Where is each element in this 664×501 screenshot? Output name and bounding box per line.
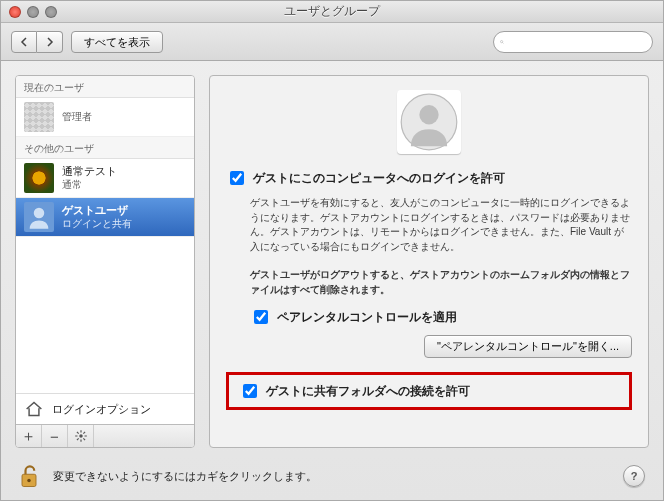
sidebar-item-normal-test[interactable]: 通常テスト 通常 [16,159,194,198]
content: 現在のユーザ 管理者 その他のユーザ 通常テスト 通常 [1,61,663,454]
sidebar-footer: ＋ − [16,424,194,447]
minimize-icon[interactable] [27,6,39,18]
sidebar-item-current-user[interactable]: 管理者 [16,98,194,137]
toolbar: すべてを表示 [1,23,663,61]
avatar-icon [24,202,54,232]
svg-point-0 [501,40,503,42]
lockbar: 変更できないようにするにはカギをクリックします。 ? [1,454,663,500]
allow-guest-login-checkbox[interactable] [230,171,244,185]
svg-point-2 [34,208,45,219]
house-icon [24,400,44,418]
guest-login-desc1: ゲストユーザを有効にすると、友人がこのコンピュータに一時的にログインできるように… [250,196,632,254]
help-button[interactable]: ? [623,465,645,487]
gear-icon [74,429,88,443]
group-header-other: その他のユーザ [16,137,194,159]
guest-login-desc2: ゲストユーザがログアウトすると、ゲストアカウントのホームフォルダ内の情報とファイ… [250,268,632,297]
guest-avatar[interactable] [397,90,461,154]
allow-guest-share-checkbox[interactable] [243,384,257,398]
parental-control-label: ペアレンタルコントロールを適用 [277,309,457,326]
titlebar: ユーザとグループ [1,1,663,23]
user-name: ゲストユーザ [62,204,132,218]
user-name: 通常テスト [62,165,117,179]
login-options[interactable]: ログインオプション [16,393,194,424]
lock-open-icon[interactable] [15,462,43,490]
search-field[interactable] [493,31,653,53]
back-button[interactable] [11,31,37,53]
user-role: 管理者 [62,111,92,124]
allow-guest-share-label: ゲストに共有フォルダへの接続を許可 [266,383,470,400]
help-icon: ? [631,470,638,482]
close-icon[interactable] [9,6,21,18]
search-input[interactable] [504,35,646,49]
svg-line-10 [76,438,78,440]
group-header-current: 現在のユーザ [16,76,194,98]
svg-point-3 [79,434,83,438]
nav-buttons [11,31,63,53]
user-sidebar: 現在のユーザ 管理者 その他のユーザ 通常テスト 通常 [15,75,195,448]
avatar-icon [24,102,54,132]
highlighted-option: ゲストに共有フォルダへの接続を許可 [226,372,632,410]
sidebar-item-guest-user[interactable]: ゲストユーザ ログインと共有 [16,198,194,237]
prefs-window: ユーザとグループ すべてを表示 現在のユーザ [0,0,664,501]
show-all-button[interactable]: すべてを表示 [71,31,163,53]
allow-guest-login-row: ゲストにこのコンピュータへのログインを許可 [226,168,632,188]
svg-line-9 [83,438,85,440]
traffic-lights [9,6,57,18]
chevron-right-icon [45,37,55,47]
person-silhouette-icon [25,203,53,231]
remove-user-button[interactable]: − [42,425,68,447]
allow-guest-login-label: ゲストにこのコンピュータへのログインを許可 [253,170,505,187]
window-title: ユーザとグループ [1,3,663,20]
zoom-icon[interactable] [45,6,57,18]
user-role: ログインと共有 [62,218,132,231]
svg-point-15 [27,479,31,483]
parental-control-row: ペアレンタルコントロールを適用 [250,307,632,327]
main-panel: ゲストにこのコンピュータへのログインを許可 ゲストユーザを有効にすると、友人がこ… [209,75,649,448]
lock-text: 変更できないようにするにはカギをクリックします。 [53,469,317,484]
svg-line-11 [83,432,85,434]
action-menu-button[interactable] [68,425,94,447]
person-silhouette-icon [400,93,458,151]
login-options-label: ログインオプション [52,402,151,417]
parental-control-checkbox[interactable] [254,310,268,324]
add-user-button[interactable]: ＋ [16,425,42,447]
svg-line-8 [76,432,78,434]
svg-point-13 [419,105,438,124]
user-role: 通常 [62,179,117,192]
open-parental-controls-button[interactable]: "ペアレンタルコントロール"を開く... [424,335,632,358]
avatar-icon [24,163,54,193]
forward-button[interactable] [37,31,63,53]
chevron-left-icon [19,37,29,47]
